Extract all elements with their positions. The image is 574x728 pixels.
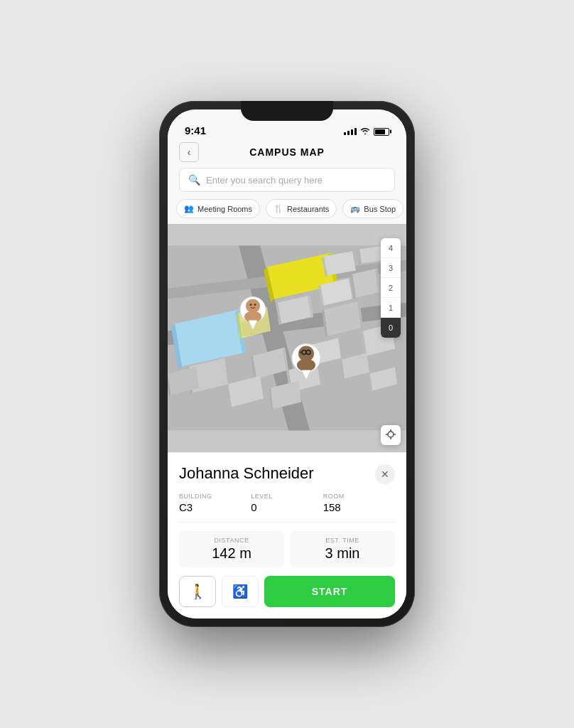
person-name: Johanna Schneider [179, 464, 314, 483]
distance-label: DISTANCE [188, 537, 276, 544]
filter-restaurants[interactable]: 🍴 Restaurants [266, 199, 337, 218]
filter-bus-stop-label: Bus Stop [364, 205, 396, 213]
svg-point-52 [254, 304, 256, 306]
floor-1-button[interactable]: 1 [381, 298, 401, 318]
filter-restaurants-label: Restaurants [287, 205, 329, 213]
search-icon: 🔍 [188, 174, 200, 186]
search-input[interactable]: Enter you search query here [206, 175, 323, 186]
status-time: 9:41 [185, 124, 206, 136]
wifi-icon [360, 127, 370, 136]
floor-selector: 4 3 2 1 0 [381, 238, 401, 338]
signal-icon [344, 128, 357, 135]
app-header: ‹ CAMPUS MAP [168, 141, 406, 164]
distance-value: 142 m [188, 545, 276, 562]
floor-2-button[interactable]: 2 [381, 278, 401, 298]
wheelchair-button[interactable]: ♿ [222, 576, 259, 607]
back-icon: ‹ [188, 146, 191, 158]
time-label: EST. TIME [298, 537, 386, 544]
info-card-header: Johanna Schneider ✕ [179, 464, 395, 484]
filter-meeting-rooms[interactable]: 👥 Meeting Rooms [176, 199, 260, 218]
location-button[interactable] [381, 425, 401, 445]
room-detail: ROOM 158 [323, 493, 395, 513]
wheelchair-icon: ♿ [232, 584, 248, 599]
distance-time: DISTANCE 142 m EST. TIME 3 min [179, 531, 395, 567]
building-label: BUILDING [179, 493, 251, 500]
svg-point-51 [250, 304, 252, 306]
meeting-rooms-icon: 👥 [184, 204, 194, 213]
floor-3-button[interactable]: 3 [381, 258, 401, 278]
map-area[interactable]: 4 3 2 1 0 [168, 224, 406, 452]
walk-icon: 🚶 [189, 583, 207, 600]
page-title: CAMPUS MAP [249, 146, 325, 158]
crosshair-icon [386, 429, 396, 441]
filter-meeting-rooms-label: Meeting Rooms [197, 205, 252, 213]
svg-point-62 [388, 432, 394, 437]
battery-icon [374, 128, 389, 136]
filter-bus-stop[interactable]: 🚌 Bus Stop [342, 199, 404, 218]
phone-frame: 9:41 [159, 101, 415, 627]
status-icons [344, 127, 389, 136]
floor-4-button[interactable]: 4 [381, 238, 401, 258]
search-input-wrap[interactable]: 🔍 Enter you search query here [179, 168, 395, 192]
distance-card: DISTANCE 142 m [179, 531, 284, 567]
level-detail: LEVEL 0 [251, 493, 323, 513]
search-bar: 🔍 Enter you search query here [168, 164, 406, 199]
phone-screen: 9:41 [168, 109, 406, 619]
filters-row: 👥 Meeting Rooms 🍴 Restaurants 🚌 Bus Stop… [168, 199, 406, 224]
level-label: LEVEL [251, 493, 323, 500]
start-label: START [312, 586, 348, 597]
floor-0-button[interactable]: 0 [381, 318, 401, 338]
level-value: 0 [251, 501, 323, 513]
time-value: 3 min [298, 545, 386, 562]
close-button[interactable]: ✕ [375, 464, 395, 484]
info-card: Johanna Schneider ✕ BUILDING C3 LEVEL 0 … [168, 452, 406, 619]
phone-notch [241, 101, 333, 121]
back-button[interactable]: ‹ [179, 142, 199, 162]
svg-point-56 [297, 359, 315, 372]
room-label: ROOM [323, 493, 395, 500]
start-button[interactable]: START [264, 576, 395, 607]
room-value: 158 [323, 501, 395, 513]
walk-button[interactable]: 🚶 [179, 576, 216, 607]
restaurants-icon: 🍴 [274, 204, 283, 213]
info-details: BUILDING C3 LEVEL 0 ROOM 158 [179, 493, 395, 523]
map-svg [168, 224, 406, 452]
time-card: EST. TIME 3 min [290, 531, 395, 567]
action-buttons: 🚶 ♿ START [179, 576, 395, 607]
building-detail: BUILDING C3 [179, 493, 251, 513]
building-value: C3 [179, 501, 251, 513]
bus-stop-icon: 🚌 [350, 204, 360, 213]
